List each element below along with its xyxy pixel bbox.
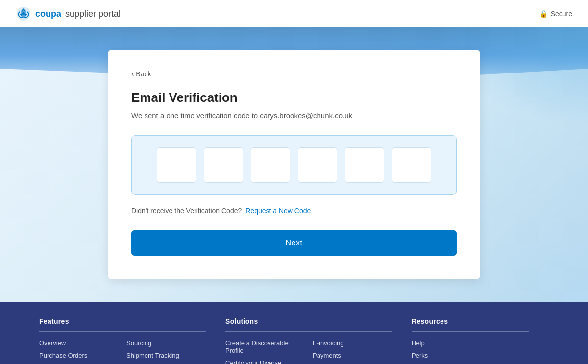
footer-resources-title: Resources: [412, 317, 529, 325]
secure-label: Secure: [551, 10, 572, 18]
footer: Features Overview Purchase Orders E-invo…: [0, 302, 588, 364]
resend-row: Didn't receive the Verification Code? Re…: [131, 207, 457, 215]
footer-solutions: Solutions Create a Discoverable Profile …: [225, 317, 412, 364]
wave-decoration-bottom-right: [466, 204, 588, 302]
lock-icon: 🔒: [539, 10, 548, 18]
footer-link-payments[interactable]: Payments: [313, 352, 392, 359]
footer-link-purchase-orders[interactable]: Purchase Orders: [39, 352, 119, 359]
footer-features-divider: [39, 331, 206, 332]
footer-features-col2: Sourcing Shipment Tracking Business Perf…: [126, 340, 206, 364]
footer-features: Features Overview Purchase Orders E-invo…: [39, 317, 225, 364]
next-button[interactable]: Next: [131, 230, 457, 256]
footer-link-perks[interactable]: Perks: [412, 352, 529, 359]
logo: coupa supplier portal: [16, 6, 121, 22]
footer-features-cols: Overview Purchase Orders E-invoicing Sou…: [39, 340, 206, 364]
footer-link-certify-diverse[interactable]: Certify your Diverse Business: [225, 359, 305, 364]
footer-solutions-divider: [225, 331, 392, 332]
footer-link-help[interactable]: Help: [412, 340, 529, 347]
footer-resources-divider: [412, 331, 529, 332]
footer-solutions-col1: Create a Discoverable Profile Certify yo…: [225, 340, 305, 364]
footer-solutions-col2: E-invoicing Payments Working Capital: [313, 340, 392, 364]
footer-solutions-title: Solutions: [225, 317, 392, 325]
otp-input-1[interactable]: [157, 147, 196, 183]
footer-grid: Features Overview Purchase Orders E-invo…: [39, 317, 549, 364]
footer-resources: Resources Help Perks Events: [412, 317, 549, 364]
main-content: ‹ Back Email Verification We sent a one …: [0, 27, 588, 302]
footer-solutions-cols: Create a Discoverable Profile Certify yo…: [225, 340, 392, 364]
card-title: Email Verification: [131, 90, 457, 105]
footer-link-sourcing[interactable]: Sourcing: [126, 340, 206, 347]
footer-link-e-invoicing-solutions[interactable]: E-invoicing: [313, 340, 392, 347]
otp-input-6[interactable]: [392, 147, 431, 183]
footer-link-discoverable-profile[interactable]: Create a Discoverable Profile: [225, 340, 305, 354]
otp-input-3[interactable]: [251, 147, 290, 183]
footer-link-overview[interactable]: Overview: [39, 340, 119, 347]
logo-text: coupa: [35, 9, 61, 19]
footer-features-col1: Overview Purchase Orders E-invoicing: [39, 340, 119, 364]
logo-suffix: supplier portal: [65, 9, 121, 19]
otp-container: [131, 135, 457, 195]
request-new-code-link[interactable]: Request a New Code: [245, 207, 311, 215]
card-subtitle: We sent a one time verification code to …: [131, 111, 457, 120]
otp-input-4[interactable]: [298, 147, 337, 183]
footer-link-shipment-tracking[interactable]: Shipment Tracking: [126, 352, 206, 359]
header: coupa supplier portal 🔒 Secure: [0, 0, 588, 27]
otp-input-5[interactable]: [345, 147, 384, 183]
chevron-left-icon: ‹: [131, 70, 134, 78]
secure-indicator: 🔒 Secure: [539, 10, 572, 18]
back-label: Back: [136, 70, 151, 78]
svg-point-1: [22, 12, 25, 15]
verification-card: ‹ Back Email Verification We sent a one …: [108, 50, 480, 279]
back-link[interactable]: ‹ Back: [131, 70, 457, 78]
otp-input-2[interactable]: [204, 147, 243, 183]
coupa-logo-icon: [16, 6, 31, 22]
footer-features-title: Features: [39, 317, 206, 325]
resend-text: Didn't receive the Verification Code?: [131, 207, 242, 215]
